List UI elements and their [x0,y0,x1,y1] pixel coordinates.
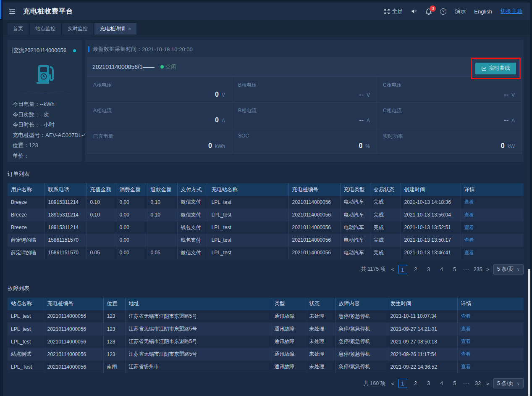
table-cell: 电动汽车 [340,209,370,221]
page-number[interactable]: 5 [450,379,459,388]
tab-home[interactable]: 首页 [8,23,29,34]
table-cell: 20210114000056 [44,361,103,373]
metric-unit: kWh [215,143,225,149]
tab-close-icon[interactable]: × [128,26,131,32]
table-cell: 电动汽车 [340,246,370,259]
table-cell: 江苏省无锡市江阴市东盟路5号 [125,335,271,348]
page-number-last[interactable]: 235 [473,265,482,274]
prev-page-button[interactable]: < [391,266,394,272]
header-actions: 全屏 0 ? 演示 English 切换主题 [384,8,522,15]
stat-label: 今日电量： [13,101,40,107]
realtime-monitor-panel: 最新数据采集时间： 2021-10-18 10:20:00 2021011400… [85,40,524,162]
table-cell: 急停/紧急停机 [335,310,387,323]
view-detail-link[interactable]: 查看 [464,199,474,205]
table-cell: 查看 [461,209,524,221]
fullscreen-button[interactable]: 全屏 [384,8,403,15]
column-header: 充电桩编号 [288,183,340,196]
metric-label: 已充电量 [93,133,113,140]
table-cell: 18915311214 [45,196,86,209]
table-cell: 18915311214 [45,221,86,234]
table-cell: 江苏省无锡市江阴市东盟路5号 [125,310,271,323]
view-detail-link[interactable]: 查看 [461,351,471,357]
table-cell: 电动汽车 [340,221,370,234]
collect-time-label: 最新数据采集时间： [93,45,142,53]
table-cell: LPL_test [208,246,288,259]
collect-time-value: 2021-10-18 10:20:00 [142,46,193,53]
page-size-select[interactable]: 5 条/页∨ [493,264,524,275]
stat-value: --次 [40,111,49,118]
stat-label: 今日时长： [13,121,40,128]
page-number[interactable]: 3 [424,265,433,274]
status-dot [73,49,76,52]
table-cell: 江苏省无锡市江阴市东盟路5号 [125,323,271,335]
metric-value: 0 [359,142,362,149]
order-pagination: 共 1175 项 < 1 2 3 4 5 ··· 235 > 5 条/页∨ [8,264,524,275]
column-header: 充电类型 [340,183,370,196]
table-cell: 0.00 [116,196,147,209]
next-page-button[interactable]: > [486,380,490,387]
prev-page-button[interactable]: < [391,380,394,387]
page-number[interactable]: 2 [411,379,420,388]
table-cell: 0.10 [86,196,116,209]
page-number[interactable]: 3 [424,379,433,388]
table-cell: 0.05 [147,246,177,259]
text-cursor [13,48,13,53]
view-detail-link[interactable]: 查看 [464,237,474,243]
column-header: 充电站名称 [208,183,288,196]
table-cell: 0.00 [116,221,147,234]
demo-link[interactable]: 演示 [455,8,466,15]
page-number-last[interactable]: 32 [473,379,482,388]
table-cell: Breeze [8,209,45,221]
realtime-curve-button[interactable]: 实时曲线 [475,63,516,74]
page-number[interactable]: 4 [437,265,446,274]
tab-pile-detail[interactable]: 充电桩详情 × [94,23,136,34]
pile-info-panel: 交流20210114000056 [8,40,82,162]
language-link[interactable]: English [474,8,492,15]
page-number-active[interactable]: 1 [398,265,407,274]
page-number[interactable]: 4 [437,379,446,388]
metric-unit: V [367,92,370,98]
column-header: 用户名称 [8,183,45,196]
metric-unit: V [222,92,225,98]
page-number[interactable]: 2 [411,265,420,274]
view-detail-link[interactable]: 查看 [464,212,474,218]
table-cell: 完成 [370,246,401,259]
table-cell: 2021-09-26 11:17:54 [387,348,457,361]
table-cell: 微信支付 [177,196,208,209]
view-detail-link[interactable]: 查看 [464,224,474,230]
table-cell [86,221,116,234]
tab-realtime-monitor[interactable]: 实时监控 [62,23,93,34]
metric-label: SOC [238,133,249,139]
table-cell: 未处理 [306,348,335,361]
table-row: 薛定谔的喵158611515700.050.000.05微信支付LPL_test… [8,246,524,259]
table-cell: 江苏省扬州市 [125,361,271,373]
table-row: LPL_test20210114000056123江苏省无锡市江阴市东盟路5号通… [8,335,524,348]
help-icon[interactable]: ? [440,8,446,15]
page-number-active[interactable]: 1 [398,379,407,388]
metric-cell: 已充电量0kWh [87,128,232,153]
menu-fold-icon[interactable] [9,8,16,15]
view-detail-link[interactable]: 查看 [461,364,471,370]
next-page-button[interactable]: > [486,266,490,272]
table-cell: 2021-09-27 08:50:18 [387,335,457,348]
table-row: Breeze189153112140.00钱包支付LPL_test2021011… [8,221,524,234]
table-cell: 通讯故障 [271,310,306,323]
stat-label: 单价： [13,153,29,159]
page-number[interactable]: 5 [450,265,459,274]
mute-button[interactable] [411,9,417,14]
view-detail-link[interactable]: 查看 [461,338,471,344]
metric-cell: C相电压--V [377,77,522,102]
table-cell: LPL_test [208,234,288,246]
notification-bell[interactable]: 0 [426,8,432,15]
view-detail-link[interactable]: 查看 [461,313,471,319]
view-detail-link[interactable]: 查看 [461,326,471,332]
table-cell: 0.10 [147,209,177,221]
theme-toggle-link[interactable]: 切换主题 [501,8,522,15]
annotation-highlight-box: 实时曲线 [471,58,521,79]
tab-station-monitor[interactable]: 站点监控 [30,23,61,34]
view-detail-link[interactable]: 查看 [464,250,474,256]
table-cell: LPL_test [208,196,288,209]
page-size-select[interactable]: 5 条/页∨ [493,378,524,388]
scrollbar[interactable] [528,269,530,396]
table-cell: 电动汽车 [340,234,370,246]
